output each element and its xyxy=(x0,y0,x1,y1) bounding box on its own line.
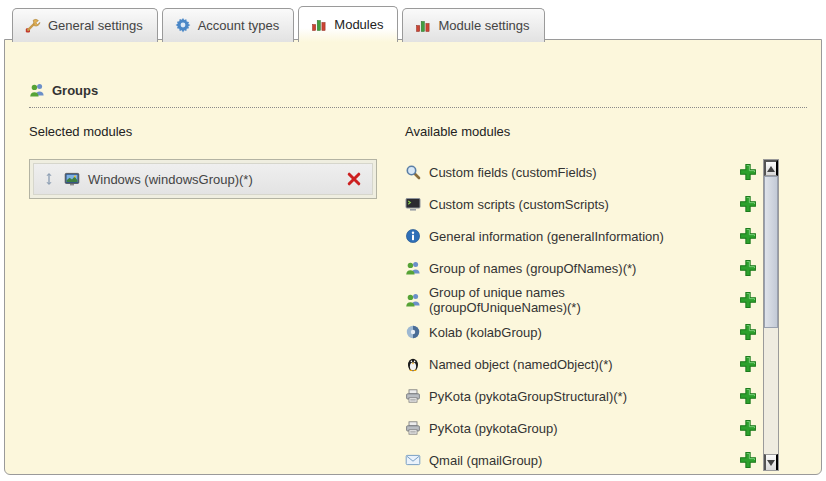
scrollbar-thumb[interactable] xyxy=(764,176,778,328)
add-module-button[interactable] xyxy=(739,227,757,245)
tab-label: Account types xyxy=(198,18,280,33)
add-module-button[interactable] xyxy=(739,387,757,405)
plus-icon xyxy=(739,387,757,405)
modules-chart-icon xyxy=(311,16,327,32)
selected-modules-label: Selected modules xyxy=(29,124,132,139)
available-module-label: PyKota (pykotaGroupStructural)(*) xyxy=(429,389,701,404)
tab-account-types[interactable]: Account types xyxy=(162,8,295,42)
mail-icon xyxy=(405,452,421,468)
add-module-button[interactable] xyxy=(739,419,757,437)
available-module-label: Qmail (qmailGroup) xyxy=(429,453,701,468)
kolab-icon xyxy=(405,324,421,340)
available-modules-scrollbar xyxy=(763,159,779,471)
groups-icon xyxy=(405,292,421,308)
remove-module-button[interactable] xyxy=(346,170,364,188)
available-modules-label: Available modules xyxy=(405,124,510,139)
printer-icon xyxy=(405,388,421,404)
add-module-button[interactable] xyxy=(739,259,757,277)
plus-icon xyxy=(739,451,757,469)
plus-icon xyxy=(739,227,757,245)
groups-icon xyxy=(29,82,45,98)
section-header-groups: Groups xyxy=(29,82,807,108)
available-module-row: Kolab (kolabGroup) xyxy=(405,316,757,348)
windows-module-icon xyxy=(64,171,80,187)
add-module-button[interactable] xyxy=(739,195,757,213)
modules-panel: Groups Selected modules Available module… xyxy=(4,39,822,475)
wrench-icon xyxy=(25,17,41,33)
tab-modules[interactable]: Modules xyxy=(298,6,398,42)
available-module-label: Custom scripts (customScripts) xyxy=(429,197,701,212)
add-module-button[interactable] xyxy=(739,291,757,309)
modules-chart-icon xyxy=(415,17,431,33)
add-module-button[interactable] xyxy=(739,355,757,373)
printer-icon xyxy=(405,420,421,436)
selected-module-label: Windows (windowsGroup)(*) xyxy=(88,172,253,187)
available-module-row: General information (generalInformation) xyxy=(405,220,757,252)
plus-icon xyxy=(739,291,757,309)
section-title: Groups xyxy=(52,83,98,98)
penguin-icon xyxy=(405,356,421,372)
available-modules-list: Custom fields (customFields) Custom scri… xyxy=(405,156,757,476)
drag-handle-icon[interactable] xyxy=(42,172,56,186)
plus-icon xyxy=(739,163,757,181)
plus-icon xyxy=(739,259,757,277)
scrollbar-track[interactable] xyxy=(764,176,778,454)
terminal-icon xyxy=(405,196,421,212)
available-module-row: PyKota (pykotaGroupStructural)(*) xyxy=(405,380,757,412)
available-module-label: Kolab (kolabGroup) xyxy=(429,325,701,340)
available-module-row: Named object (namedObject)(*) xyxy=(405,348,757,380)
selected-modules-box: Windows (windowsGroup)(*) xyxy=(29,159,377,199)
tab-label: Module settings xyxy=(438,18,529,33)
available-module-row: Qmail (qmailGroup) xyxy=(405,444,757,476)
available-module-row: Custom scripts (customScripts) xyxy=(405,188,757,220)
available-module-row: Custom fields (customFields) xyxy=(405,156,757,188)
add-module-button[interactable] xyxy=(739,323,757,341)
gear-icon xyxy=(175,17,191,33)
available-module-row: Group of unique names (groupOfUniqueName… xyxy=(405,284,757,316)
available-module-row: PyKota (pykotaGroup) xyxy=(405,412,757,444)
plus-icon xyxy=(739,419,757,437)
plus-icon xyxy=(739,323,757,341)
info-icon xyxy=(405,228,421,244)
tab-module-settings[interactable]: Module settings xyxy=(402,8,544,42)
tab-label: Modules xyxy=(334,17,383,32)
scroll-down-button[interactable] xyxy=(764,454,778,470)
scroll-up-arrow-icon xyxy=(767,166,775,172)
available-module-label: Group of names (groupOfNames)(*) xyxy=(429,261,701,276)
groups-icon xyxy=(405,260,421,276)
tab-general-settings[interactable]: General settings xyxy=(12,8,158,42)
available-module-row: Group of names (groupOfNames)(*) xyxy=(405,252,757,284)
plus-icon xyxy=(739,195,757,213)
tab-bar: General settings Account types Modules M… xyxy=(12,8,545,42)
scroll-down-arrow-icon xyxy=(767,460,775,466)
tab-label: General settings xyxy=(48,18,143,33)
available-module-label: Named object (namedObject)(*) xyxy=(429,357,701,372)
scroll-up-button[interactable] xyxy=(764,160,778,176)
delete-x-icon xyxy=(346,171,362,187)
available-module-label: PyKota (pykotaGroup) xyxy=(429,421,701,436)
add-module-button[interactable] xyxy=(739,163,757,181)
available-module-label: Group of unique names (groupOfUniqueName… xyxy=(429,285,701,315)
selected-module-row: Windows (windowsGroup)(*) xyxy=(33,163,373,195)
add-module-button[interactable] xyxy=(739,451,757,469)
available-module-label: Custom fields (customFields) xyxy=(429,165,701,180)
plus-icon xyxy=(739,355,757,373)
magnifier-icon xyxy=(405,164,421,180)
available-module-label: General information (generalInformation) xyxy=(429,229,701,244)
